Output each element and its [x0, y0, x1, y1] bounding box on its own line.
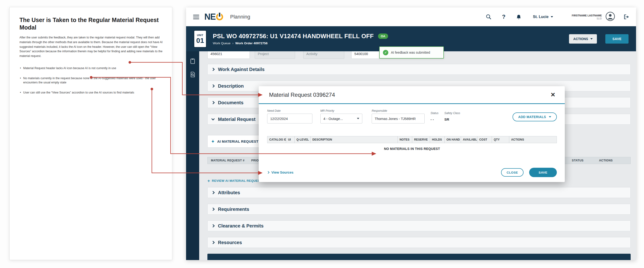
col-reserve: RESERVE [412, 136, 430, 143]
breadcrumb-work-order: Work Order 40972756 [235, 42, 268, 45]
chevron-right-icon [212, 84, 215, 88]
modal-fields-row: Need Date 12/22/2024 MR Priority 4 - Out… [267, 109, 557, 124]
status-badge: OA [378, 34, 388, 39]
document-search-icon[interactable] [189, 71, 196, 78]
ai-material-request-card[interactable]: ✦ AI MATERIAL REQUEST 03... [208, 135, 263, 148]
modal-save-button[interactable]: SAVE [529, 168, 557, 177]
modal-footer: View Sources CLOSE SAVE [267, 168, 557, 177]
close-icon[interactable]: ✕ [550, 92, 556, 98]
app-name: Planning [230, 14, 250, 20]
check-circle-icon: ✓ [383, 50, 388, 55]
col-notes: NOTES [398, 136, 412, 143]
col-catalog-id: CATALOG ID [268, 136, 286, 143]
modal-header: Material Request 0396274 ✕ [259, 86, 565, 104]
site-selector[interactable]: St. Lucie [533, 15, 553, 19]
mr-priority-select[interactable]: 4 - Outage... [320, 114, 362, 124]
safety-class-value: SR [444, 117, 460, 121]
field-code[interactable]: 5400100 [351, 51, 380, 59]
section-attributes[interactable]: Attributes [208, 187, 631, 198]
clipboard-icon[interactable] [189, 58, 196, 65]
modal-title: Material Request 0396274 [269, 92, 335, 98]
field-project[interactable]: Project [255, 51, 295, 59]
breadcrumb: Work Queue › Work Order 40972756 [213, 42, 388, 45]
bell-icon[interactable] [516, 14, 522, 20]
top-navigation-bar: NE Planning ? St. Lucie FIRSTNAME LASTNA… [186, 8, 636, 26]
section-work-against-details[interactable]: Work Against Details [208, 64, 631, 75]
need-date-label: Need Date [267, 109, 312, 112]
ai-sparkle-icon: ✦ [211, 139, 215, 144]
col-qty: QTY [492, 136, 509, 143]
chevron-right-icon [212, 191, 215, 194]
unit-label: UNIT [197, 34, 204, 36]
breadcrumb-work-queue[interactable]: Work Queue [213, 42, 230, 45]
save-button[interactable]: SAVE [605, 34, 628, 44]
help-icon[interactable]: ? [502, 14, 506, 20]
annotation-card: The User is Taken to the Regular Materia… [9, 7, 172, 260]
status-value: - - [430, 117, 438, 121]
search-icon[interactable] [486, 14, 492, 20]
annotation-bullet: User can still use the “View Sources” ac… [20, 90, 160, 95]
section-partial[interactable] [208, 254, 631, 260]
chevron-down-icon [590, 38, 593, 40]
toast-notification: ✓ AI feedback was submitted [379, 46, 444, 58]
col-cost: COST [478, 136, 492, 143]
responsible-label: Responsible [372, 109, 425, 112]
work-order-titles: PSL WO 40972756: U1 V12474 HANDWHEEL FEL… [213, 32, 388, 45]
user-info: FIRSTNAME LASTNAME SLID [572, 14, 602, 20]
user-name: FIRSTNAME LASTNAME [572, 14, 602, 17]
actions-button[interactable]: ACTIONS [569, 34, 597, 44]
field-activity[interactable]: Activity [303, 51, 344, 59]
left-icon-rail [186, 51, 199, 260]
col-available: AVAILABLE [461, 136, 478, 143]
chevron-down-icon [357, 118, 359, 119]
power-o-icon [216, 13, 223, 20]
need-date-input[interactable]: 12/22/2024 [267, 114, 312, 124]
chevron-down-icon [212, 117, 215, 120]
materials-table-header: CATALOG ID UI Q-LEVEL DESCRIPTION NOTES … [267, 136, 557, 143]
neo-logo: NE [204, 12, 223, 22]
col-actions: ACTIONS [509, 136, 556, 143]
responsible-input[interactable]: Thomas Jones - TJ589HR [372, 114, 425, 124]
unit-badge: UNIT 01 [194, 30, 207, 48]
avatar[interactable] [606, 12, 615, 22]
annotation-body: After the user submits the feedback, the… [20, 35, 167, 58]
status-label: Status [430, 112, 438, 115]
plus-icon: + [208, 178, 210, 183]
mr-priority-label: MR Priority [320, 109, 362, 112]
work-order-title: PSL WO 40972756: U1 V12474 HANDWHEEL FEL… [213, 32, 374, 40]
sign-out-icon[interactable] [623, 14, 629, 20]
chevron-right-icon [267, 171, 269, 174]
unit-number: 01 [196, 37, 204, 44]
chevron-right-icon [212, 68, 215, 71]
material-request-modal: Material Request 0396274 ✕ Need Date 12/… [259, 86, 565, 182]
view-sources-accordion[interactable]: View Sources [267, 170, 294, 174]
add-materials-button[interactable]: ADD MATERIALS [512, 112, 557, 121]
logo-text: NE [204, 12, 216, 22]
col-ui: UI [286, 136, 294, 143]
menu-icon[interactable] [193, 15, 199, 19]
chevron-right-icon [212, 241, 215, 244]
field-number[interactable]: 456021 [208, 51, 250, 59]
chevron-right-icon [212, 224, 215, 228]
breadcrumb-separator: › [232, 42, 234, 45]
section-clearance-permits[interactable]: Clearance & Permits [208, 220, 631, 231]
annotation-bullet: Material Request header lacks AI icon be… [20, 66, 160, 70]
column-material-request: MATERIAL REQUEST # [211, 159, 251, 162]
toast-message: AI feedback was submitted [391, 50, 430, 54]
col-description: DESCRIPTION [310, 136, 398, 143]
site-label: St. Lucie [533, 15, 548, 19]
annotation-title: The User is Taken to the Regular Materia… [20, 16, 162, 31]
chevron-down-icon [549, 116, 551, 118]
annotation-bullet-list: Material Request header lacks AI icon be… [20, 66, 162, 95]
section-requirements[interactable]: Requirements [208, 204, 631, 214]
chevron-right-icon [212, 101, 215, 104]
annotation-bullet: No materials currently in the request be… [20, 76, 160, 85]
safety-class-label: Safety Class [444, 112, 460, 115]
close-button[interactable]: CLOSE [501, 168, 524, 177]
user-id: SLID [572, 17, 602, 20]
col-holds: HOLDS [430, 136, 444, 143]
chevron-down-icon [551, 16, 553, 18]
review-ai-material-request-link[interactable]: + REVIEW AI MATERIAL REQUEST... [208, 178, 264, 183]
section-resources[interactable]: Resources [208, 237, 631, 248]
column-status: STATUS [572, 159, 599, 162]
